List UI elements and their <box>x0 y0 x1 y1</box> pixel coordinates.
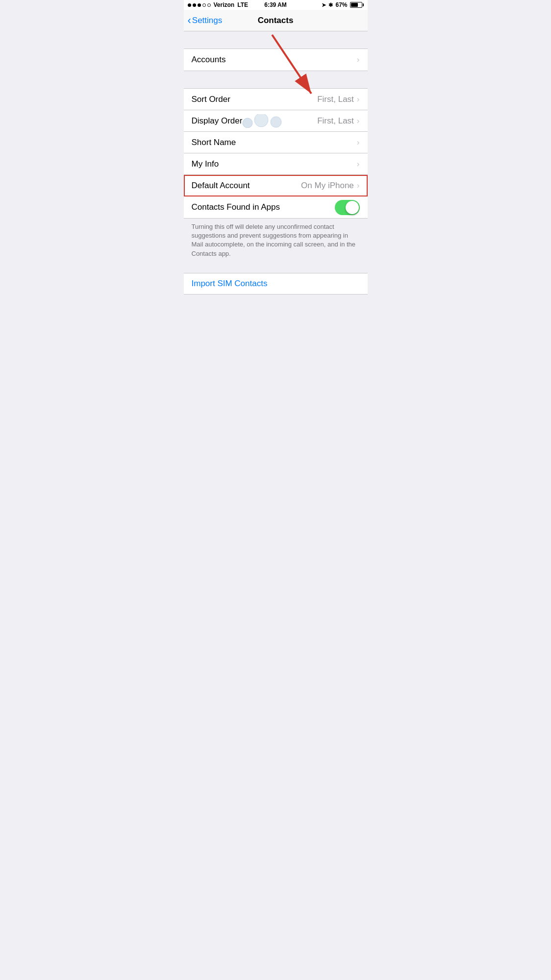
display-order-right: First, Last › <box>317 116 359 126</box>
status-right: ➤ ✱ 67% <box>322 1 363 8</box>
page-title: Contacts <box>258 16 294 25</box>
short-name-row[interactable]: Short Name › <box>184 132 368 153</box>
accounts-row[interactable]: Accounts › <box>184 49 368 71</box>
contacts-footer-text: Turning this off will delete any unconfi… <box>184 219 368 264</box>
contacts-found-right <box>335 200 360 215</box>
sort-order-right: First, Last › <box>317 95 359 104</box>
import-sim-label[interactable]: Import SIM Contacts <box>192 279 268 289</box>
accounts-row-right: › <box>357 55 360 65</box>
bluetooth-icon: ✱ <box>328 2 333 8</box>
sort-order-value: First, Last <box>317 95 354 104</box>
nav-bar: ‹ Settings Contacts <box>184 10 368 31</box>
display-order-chevron-icon: › <box>357 116 360 126</box>
preferences-group: Sort Order First, Last › Display Order F… <box>184 88 368 219</box>
contacts-found-toggle[interactable] <box>335 200 360 215</box>
display-order-value: First, Last <box>317 116 354 126</box>
network-type: LTE <box>237 1 248 8</box>
toggle-knob <box>346 201 359 214</box>
signal-dot-2 <box>193 3 196 7</box>
contacts-found-row[interactable]: Contacts Found in Apps <box>184 196 368 218</box>
battery-tip <box>363 3 364 6</box>
default-account-chevron-icon: › <box>357 181 360 191</box>
sort-order-chevron-icon: › <box>357 95 360 104</box>
svg-point-1 <box>254 114 268 127</box>
my-info-right: › <box>357 159 360 169</box>
display-order-label: Display Order <box>192 116 243 126</box>
top-spacer <box>184 31 368 49</box>
back-button[interactable]: ‹ Settings <box>188 15 223 26</box>
back-chevron-icon: ‹ <box>188 15 191 26</box>
signal-dots <box>188 3 211 7</box>
back-label: Settings <box>192 16 222 25</box>
my-info-label: My Info <box>192 159 219 169</box>
status-bar: Verizon LTE 6:39 AM ➤ ✱ 67% <box>184 0 368 10</box>
default-account-right: On My iPhone › <box>301 181 359 191</box>
my-info-row[interactable]: My Info › <box>184 153 368 175</box>
default-account-value: On My iPhone <box>301 181 354 191</box>
signal-dot-5 <box>207 3 211 7</box>
default-account-label: Default Account <box>192 181 250 191</box>
battery-icon <box>350 2 364 8</box>
short-name-chevron-icon: › <box>357 138 360 147</box>
small-spacer <box>184 264 368 273</box>
battery-body <box>350 2 362 8</box>
accounts-group: Accounts › <box>184 49 368 71</box>
accounts-label: Accounts <box>192 55 226 65</box>
svg-point-0 <box>243 118 252 128</box>
short-name-label: Short Name <box>192 138 236 147</box>
accounts-chevron-icon: › <box>357 55 360 65</box>
signal-dot-3 <box>198 3 201 7</box>
contacts-found-label: Contacts Found in Apps <box>192 202 280 212</box>
status-time: 6:39 AM <box>264 1 287 8</box>
signal-dot-1 <box>188 3 191 7</box>
status-left: Verizon LTE <box>188 1 248 8</box>
sort-order-row[interactable]: Sort Order First, Last › <box>184 89 368 110</box>
location-icon: ➤ <box>322 2 326 8</box>
carrier-name: Verizon <box>214 1 235 8</box>
mid-spacer <box>184 71 368 88</box>
display-order-row[interactable]: Display Order First, Last › <box>184 110 368 132</box>
battery-fill <box>351 3 358 7</box>
sort-order-label: Sort Order <box>192 95 230 104</box>
bottom-spacer <box>184 294 368 334</box>
short-name-right: › <box>357 138 360 147</box>
default-account-row[interactable]: Default Account On My iPhone › <box>184 175 368 196</box>
signal-dot-4 <box>202 3 206 7</box>
svg-point-2 <box>271 117 281 127</box>
import-sim-group[interactable]: Import SIM Contacts <box>184 273 368 294</box>
my-info-chevron-icon: › <box>357 159 360 169</box>
battery-percentage: 67% <box>335 1 347 8</box>
page-wrapper: Verizon LTE 6:39 AM ➤ ✱ 67% ‹ Settings C… <box>184 0 368 334</box>
